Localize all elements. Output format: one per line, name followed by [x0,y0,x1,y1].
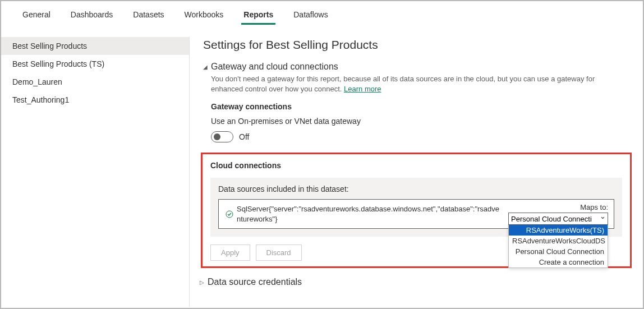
cloud-connections-highlight: Cloud connections Data sources included … [201,153,632,268]
sidebar: Best Selling Products Best Selling Produ… [1,37,189,307]
gateway-desc-text: You don't need a gateway for this report… [211,75,595,93]
cloud-connections-title: Cloud connections [210,161,622,170]
gateway-toggle[interactable] [211,131,233,142]
gateway-section-header[interactable]: ◢ Gateway and cloud connections [203,62,627,72]
datasource-panel-label: Data sources included in this dataset: [218,185,614,193]
tab-reports[interactable]: Reports [233,6,283,24]
tab-workbooks[interactable]: Workbooks [174,6,234,24]
credentials-section-title: Data source credentials [208,277,302,287]
dropdown-item-rsadventureworks-cloudds[interactable]: RSAdventureWorksCloudDS [509,236,608,246]
toggle-knob-icon [214,133,220,140]
caret-down-icon: ◢ [203,64,209,70]
gateway-connections-title: Gateway connections [211,102,627,111]
discard-button[interactable]: Discard [256,245,302,261]
datasource-row: SqlServer{"server":"rsadventureworks.dat… [218,199,614,229]
learn-more-link[interactable]: Learn more [344,85,381,93]
main-panel: Settings for Best Selling Products ◢ Gat… [189,37,643,307]
svg-point-0 [226,211,233,218]
caret-right-icon: ▷ [200,279,205,285]
tab-datasets[interactable]: Datasets [123,6,174,24]
sidebar-item-best-selling-products[interactable]: Best Selling Products [1,37,189,55]
sidebar-item-demo-lauren[interactable]: Demo_Lauren [1,73,189,91]
sidebar-item-test-authoring1[interactable]: Test_Authoring1 [1,91,189,109]
status-ok-icon [224,210,234,218]
gateway-section-desc: You don't need a gateway for this report… [211,74,627,94]
datasource-panel: Data sources included in this dataset: S… [210,178,622,237]
gateway-use-label: Use an On-premises or VNet data gateway [211,117,627,126]
credentials-section-header[interactable]: ▷ Data source credentials [200,277,627,287]
dropdown-item-create-connection[interactable]: Create a connection [509,257,608,268]
tab-bar: General Dashboards Datasets Workbooks Re… [1,1,643,24]
sidebar-item-best-selling-products-ts[interactable]: Best Selling Products (TS) [1,55,189,73]
gateway-toggle-state: Off [239,132,249,141]
tab-dataflows[interactable]: Dataflows [283,6,338,24]
maps-to-dropdown: RSAdventureWorks(TS) RSAdventureWorksClo… [508,225,608,268]
gateway-section-title: Gateway and cloud connections [211,62,338,72]
dropdown-item-personal-cloud-connection[interactable]: Personal Cloud Connection [509,246,608,257]
maps-to-label: Maps to: [508,203,608,211]
datasource-text: SqlServer{"server":"rsadventureworks.dat… [237,204,506,224]
page-title: Settings for Best Selling Products [203,38,627,52]
tab-general[interactable]: General [12,6,61,24]
dropdown-item-rsadventureworks-ts[interactable]: RSAdventureWorks(TS) [509,225,608,236]
apply-button[interactable]: Apply [210,245,250,261]
maps-to-select[interactable]: Personal Cloud Connecti [508,213,608,225]
tab-dashboards[interactable]: Dashboards [61,6,123,24]
